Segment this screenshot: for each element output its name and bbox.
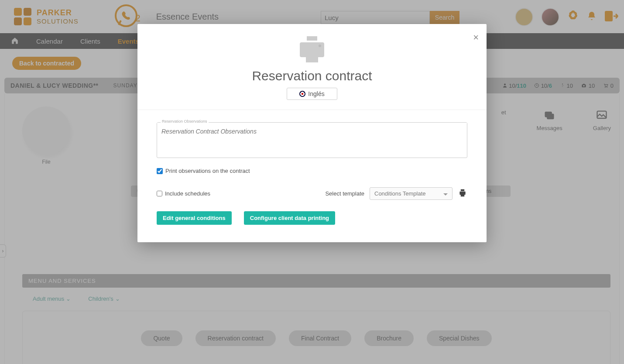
edit-general-conditions-button[interactable]: Edit general conditions [157, 211, 232, 225]
template-select[interactable]: Conditions Template [370, 187, 453, 200]
printer-icon [296, 36, 328, 64]
reservation-contract-modal: × Reservation contract Inglés Reservatio… [137, 24, 487, 242]
modal-body: Reservation Observations Print observati… [137, 110, 487, 225]
modal-header: Reservation contract Inglés [137, 24, 487, 110]
configure-client-data-button[interactable]: Configure client data printing [244, 211, 335, 225]
print-observations-checkbox[interactable]: Print observations on the contract [157, 168, 467, 174]
flag-icon [299, 91, 305, 97]
print-icon[interactable] [458, 189, 467, 199]
include-schedules-checkbox[interactable]: Include schedules [157, 190, 210, 197]
observations-textarea[interactable] [157, 123, 467, 156]
include-schedules-input[interactable] [157, 191, 162, 196]
close-icon[interactable]: × [473, 32, 479, 43]
select-template-label: Select template [325, 190, 364, 197]
observations-legend: Reservation Observations [161, 119, 209, 124]
print-observations-input[interactable] [157, 168, 163, 174]
svg-rect-17 [307, 36, 317, 41]
svg-rect-23 [461, 194, 464, 197]
modal-overlay: × Reservation contract Inglés Reservatio… [0, 0, 624, 364]
svg-rect-19 [306, 53, 318, 62]
svg-point-20 [319, 45, 321, 47]
modal-title: Reservation contract [252, 69, 372, 83]
svg-rect-21 [461, 189, 464, 191]
observations-field: Reservation Observations [157, 122, 467, 158]
language-selector[interactable]: Inglés [287, 88, 337, 100]
